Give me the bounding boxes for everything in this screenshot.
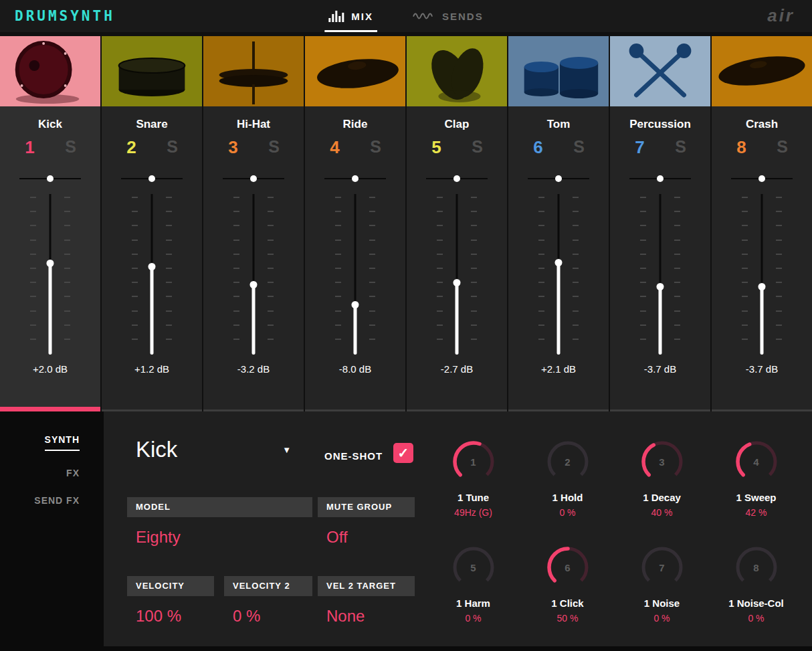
channel-image-snare[interactable]	[102, 36, 202, 106]
solo-button[interactable]: S	[762, 137, 803, 158]
channel-name: Ride	[343, 118, 368, 131]
pan-thumb[interactable]	[758, 175, 765, 182]
channel-image-hi-hat[interactable]	[203, 36, 304, 106]
knob-5[interactable]: 5	[451, 545, 496, 589]
fader-thumb[interactable]	[555, 259, 563, 266]
pad-selector-dropdown[interactable]: Kick ▼	[136, 437, 291, 462]
channel-number-row: 6 S	[508, 137, 609, 158]
solo-button[interactable]: S	[50, 137, 91, 158]
model-field-value[interactable]: Eighty	[127, 528, 312, 547]
solo-button[interactable]: S	[253, 137, 294, 158]
fader-thumb[interactable]	[758, 283, 766, 290]
tab-sends[interactable]: SENDS	[408, 0, 488, 32]
knob-7[interactable]: 7	[640, 545, 684, 589]
volume-fader[interactable]	[146, 194, 157, 355]
knob-value: 0 %	[559, 507, 575, 518]
fader-thumb[interactable]	[352, 301, 359, 308]
knob-cell: 4 1 Sweep 42 %	[709, 440, 803, 545]
volume-fader[interactable]	[655, 194, 666, 355]
mute-group-field-value[interactable]: Off	[318, 528, 415, 547]
fader-scale-ticks	[776, 197, 782, 352]
knob-value: 0 %	[653, 613, 670, 624]
knob-label: 1 Hold	[552, 492, 583, 503]
tab-mix[interactable]: MIX	[324, 0, 377, 32]
pan-slider[interactable]	[426, 175, 488, 183]
knob-label: 1 Click	[551, 597, 583, 609]
sidebar-item-fx[interactable]: FX	[66, 468, 80, 478]
knob-1[interactable]: 1	[451, 440, 496, 484]
knob-8[interactable]: 8	[734, 545, 779, 589]
channel-image-ride[interactable]	[305, 36, 405, 106]
vel2-target-field-value[interactable]: None	[318, 607, 415, 626]
pan-thumb[interactable]	[453, 175, 460, 182]
channel-strip-kick[interactable]: Kick 1 S +2.0 dB	[0, 36, 100, 411]
channel-strip-hi-hat[interactable]: Hi-Hat 3 S -3.2 dB	[203, 36, 304, 411]
sidebar-item-synth[interactable]: SYNTH	[45, 434, 80, 451]
solo-button[interactable]: S	[457, 137, 498, 158]
sidebar-item-send-fx[interactable]: SEND FX	[34, 495, 80, 506]
volume-fader[interactable]	[756, 194, 767, 355]
fader-thumb[interactable]	[453, 279, 461, 286]
pan-thumb[interactable]	[555, 175, 562, 182]
pan-slider[interactable]	[324, 175, 386, 183]
pan-slider[interactable]	[528, 175, 589, 183]
channel-image-crash[interactable]	[712, 36, 812, 106]
channel-strip-percussion[interactable]: Percussion 7 S -3.7 dB	[610, 36, 710, 411]
pan-slider[interactable]	[19, 175, 81, 183]
channel-strip-crash[interactable]: Crash 8 S -3.7 dB	[712, 36, 812, 411]
solo-button[interactable]: S	[660, 137, 701, 158]
channel-number-row: 7 S	[610, 137, 710, 158]
selected-pad-name: Kick	[136, 437, 177, 462]
fader-thumb[interactable]	[47, 260, 54, 267]
channel-image-tom[interactable]	[508, 36, 609, 106]
knob-3[interactable]: 3	[640, 440, 684, 484]
pan-slider[interactable]	[223, 175, 284, 183]
fader-area	[229, 194, 278, 355]
knob-2[interactable]: 2	[546, 440, 590, 484]
pan-thumb[interactable]	[148, 175, 155, 182]
channel-name: Crash	[746, 118, 778, 131]
solo-button[interactable]: S	[355, 137, 396, 158]
channel-db-value: -2.7 dB	[441, 363, 473, 375]
channel-strip-snare[interactable]: Snare 2 S +1.2 dB	[102, 36, 202, 411]
knob-cell: 6 1 Click 50 %	[520, 545, 615, 651]
knob-4[interactable]: 4	[734, 440, 779, 484]
solo-button[interactable]: S	[152, 137, 193, 158]
pan-slider[interactable]	[731, 175, 793, 183]
pan-thumb[interactable]	[352, 175, 359, 182]
volume-fader[interactable]	[553, 194, 564, 355]
pan-thumb[interactable]	[657, 175, 664, 182]
channel-name: Clap	[445, 118, 470, 131]
pad-number: 4	[314, 137, 355, 158]
fader-thumb[interactable]	[148, 263, 156, 270]
fader-scale-ticks	[674, 197, 680, 352]
channel-image-kick[interactable]	[0, 36, 100, 106]
fader-thumb[interactable]	[250, 281, 258, 288]
knob-value: 40 %	[651, 507, 673, 518]
channel-image-clap[interactable]	[407, 36, 507, 106]
fader-fill	[455, 282, 459, 355]
volume-fader[interactable]	[451, 194, 462, 355]
channel-strip-tom[interactable]: Tom 6 S +2.1 dB	[508, 36, 609, 411]
channel-name: Kick	[38, 118, 62, 131]
volume-fader[interactable]	[248, 194, 259, 355]
fader-fill	[760, 286, 764, 355]
knob-value: 50 %	[557, 613, 579, 624]
fader-thumb[interactable]	[657, 283, 664, 290]
pan-thumb[interactable]	[250, 175, 257, 182]
channel-strip-ride[interactable]: Ride 4 S -8.0 dB	[305, 36, 405, 411]
volume-fader[interactable]	[350, 194, 361, 355]
solo-button[interactable]: S	[559, 137, 599, 158]
knob-6[interactable]: 6	[546, 545, 590, 589]
velocity-field-value[interactable]: 100 %	[127, 607, 214, 626]
pan-thumb[interactable]	[47, 175, 54, 182]
pan-slider[interactable]	[629, 175, 691, 183]
volume-fader[interactable]	[45, 194, 56, 355]
pan-slider[interactable]	[121, 175, 183, 183]
check-icon: ✓	[398, 445, 409, 461]
channel-strip-clap[interactable]: Clap 5 S -2.7 dB	[407, 36, 507, 411]
channel-image-percussion[interactable]	[610, 36, 710, 106]
vel2-target-field: VEL 2 TARGET None	[318, 576, 415, 626]
velocity2-field-value[interactable]: 0 %	[224, 607, 312, 626]
one-shot-checkbox[interactable]: ✓	[393, 443, 413, 463]
